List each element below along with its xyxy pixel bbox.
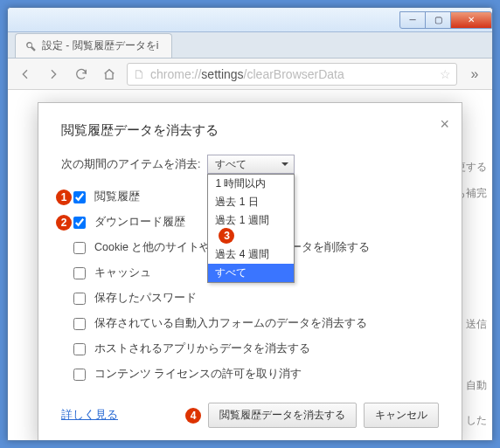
home-button[interactable]	[99, 64, 120, 85]
dialog-footer: 詳しく見る 4 閲覧履歴データを消去する キャンセル	[61, 403, 439, 428]
page-content: 更する も補完 送信 自動 した × 閲覧履歴データを消去する 次の期間のアイテ…	[8, 90, 492, 440]
overflow-button[interactable]: »	[464, 64, 485, 85]
url-path: /clearBrowserData	[244, 67, 344, 81]
clear-data-button[interactable]: 閲覧履歴データを消去する	[208, 403, 357, 428]
browser-window: ─ ▢ ✕ 設定 - 閲覧履歴データをi 🗋 chrome://settings…	[7, 7, 493, 441]
annotation-badge-2: 2	[56, 215, 72, 231]
checkbox-input[interactable]	[73, 318, 86, 330]
bg-text: 送信	[466, 308, 487, 340]
checkbox-input[interactable]	[73, 191, 86, 203]
checkbox-label: ホストされるアプリからデータを消去する	[94, 341, 310, 356]
bookmark-star-icon[interactable]: ☆	[440, 67, 451, 81]
omnibox[interactable]: 🗋 chrome://settings/clearBrowserData ☆	[127, 63, 457, 86]
dropdown-option[interactable]: 過去 4 週間	[208, 245, 294, 264]
dialog-title: 閲覧履歴データを消去する	[61, 122, 439, 139]
checkbox-row: 保存されている自動入力フォームのデータを消去する	[61, 311, 439, 336]
close-button[interactable]: ✕	[450, 11, 492, 29]
learn-more-link[interactable]: 詳しく見る	[61, 408, 118, 423]
annotation-badge-1: 1	[56, 190, 72, 205]
period-select[interactable]: すべて 1 時間以内 過去 1 日 過去 1 週間 3 過去 4 週間 すべて	[207, 155, 295, 174]
checkbox-row: コンテンツ ライセンスの許可を取り消す	[61, 362, 439, 387]
back-button[interactable]	[15, 64, 36, 85]
globe-icon: 🗋	[133, 67, 145, 81]
period-dropdown: 1 時間以内 過去 1 日 過去 1 週間 3 過去 4 週間 すべて	[207, 174, 295, 283]
period-row: 次の期間のアイテムを消去: すべて 1 時間以内 過去 1 日 過去 1 週間 …	[61, 155, 439, 174]
checkbox-label: 閲覧履歴	[94, 190, 140, 204]
tab-strip: 設定 - 閲覧履歴データをi	[8, 32, 492, 59]
bg-text: した	[466, 404, 487, 436]
checkbox-input[interactable]	[73, 369, 86, 381]
dropdown-option[interactable]: 1 時間以内	[208, 175, 294, 193]
dropdown-option-selected[interactable]: すべて	[208, 264, 294, 282]
dropdown-option[interactable]: 過去 1 週間 3	[208, 211, 294, 245]
browser-tab[interactable]: 設定 - 閲覧履歴データをi	[15, 33, 172, 58]
checkbox-input[interactable]	[73, 242, 86, 254]
checkbox-label: 保存したパスワード	[94, 291, 197, 306]
dialog-close-icon[interactable]: ×	[440, 115, 449, 134]
tab-title: 設定 - 閲覧履歴データをi	[42, 38, 158, 53]
maximize-button[interactable]: ▢	[425, 11, 451, 29]
bg-text: 自動	[466, 369, 487, 401]
checkbox-label: 保存されている自動入力フォームのデータを消去する	[94, 316, 367, 331]
checkbox-input[interactable]	[73, 293, 86, 305]
url-scheme: chrome://	[150, 67, 201, 81]
dropdown-option[interactable]: 過去 1 日	[208, 193, 294, 211]
nav-toolbar: 🗋 chrome://settings/clearBrowserData ☆ »	[8, 59, 492, 90]
cancel-button[interactable]: キャンセル	[364, 403, 439, 428]
window-controls: ─ ▢ ✕	[400, 11, 492, 29]
clear-data-dialog: × 閲覧履歴データを消去する 次の期間のアイテムを消去: すべて 1 時間以内 …	[38, 102, 462, 440]
checkbox-input[interactable]	[73, 267, 86, 279]
period-label: 次の期間のアイテムを消去:	[61, 157, 200, 172]
annotation-badge-4: 4	[185, 408, 201, 424]
checkbox-row: 保存したパスワード	[61, 286, 439, 311]
checkbox-label: コンテンツ ライセンスの許可を取り消す	[94, 367, 302, 382]
checkbox-row: ホストされるアプリからデータを消去する	[61, 336, 439, 362]
titlebar: ─ ▢ ✕	[8, 8, 492, 32]
wrench-icon	[24, 40, 37, 52]
minimize-button[interactable]: ─	[399, 11, 426, 29]
url-host: settings	[201, 67, 243, 81]
checkbox-input[interactable]	[73, 217, 86, 229]
forward-button[interactable]	[43, 64, 64, 85]
checkbox-label: ダウンロード履歴	[94, 215, 185, 230]
checkbox-input[interactable]	[73, 343, 86, 355]
checkbox-label: キャッシュ	[94, 265, 151, 280]
annotation-badge-3: 3	[219, 228, 234, 244]
select-box[interactable]: すべて	[207, 155, 295, 174]
reload-button[interactable]	[71, 64, 92, 85]
